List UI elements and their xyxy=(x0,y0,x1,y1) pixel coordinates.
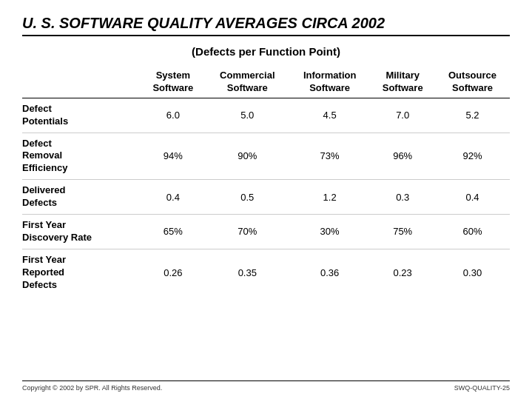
table-row: DefectPotentials6.05.04.57.05.2 xyxy=(22,98,510,133)
table-row: First YearDiscovery Rate65%70%30%75%60% xyxy=(22,215,510,249)
data-table: SystemSoftware CommercialSoftware Inform… xyxy=(22,67,510,295)
cell-commercial-1: 90% xyxy=(206,133,289,180)
cell-system-0: 6.0 xyxy=(141,98,206,133)
cell-information-1: 73% xyxy=(289,133,370,180)
cell-commercial-3: 70% xyxy=(206,215,289,249)
page: U. S. SOFTWARE QUALITY AVERAGES CIRCA 20… xyxy=(0,0,532,399)
cell-military-1: 96% xyxy=(370,133,435,180)
cell-outsource-4: 0.30 xyxy=(435,249,510,295)
col-header-information: InformationSoftware xyxy=(289,67,370,98)
cell-military-2: 0.3 xyxy=(370,180,435,215)
cell-system-1: 94% xyxy=(141,133,206,180)
cell-information-0: 4.5 xyxy=(289,98,370,133)
cell-information-2: 1.2 xyxy=(289,180,370,215)
col-header-label xyxy=(22,67,141,98)
table-header-row: SystemSoftware CommercialSoftware Inform… xyxy=(22,67,510,98)
main-title: U. S. SOFTWARE QUALITY AVERAGES CIRCA 20… xyxy=(22,15,510,36)
col-header-military: MilitarySoftware xyxy=(370,67,435,98)
footer: Copyright © 2002 by SPR. All Rights Rese… xyxy=(22,380,510,392)
row-label-4: First YearReportedDefects xyxy=(22,249,141,295)
cell-military-3: 75% xyxy=(370,215,435,249)
table-row: DefectRemovalEfficiency94%90%73%96%92% xyxy=(22,133,510,180)
cell-military-4: 0.23 xyxy=(370,249,435,295)
row-label-0: DefectPotentials xyxy=(22,98,141,133)
cell-military-0: 7.0 xyxy=(370,98,435,133)
cell-information-3: 30% xyxy=(289,215,370,249)
row-label-2: DeliveredDefects xyxy=(22,180,141,215)
cell-system-3: 65% xyxy=(141,215,206,249)
col-header-system: SystemSoftware xyxy=(141,67,206,98)
cell-outsource-0: 5.2 xyxy=(435,98,510,133)
cell-commercial-4: 0.35 xyxy=(206,249,289,295)
cell-outsource-3: 60% xyxy=(435,215,510,249)
subtitle: (Defects per Function Point) xyxy=(22,45,510,58)
table-body: DefectPotentials6.05.04.57.05.2DefectRem… xyxy=(22,98,510,295)
table-row: First YearReportedDefects0.260.350.360.2… xyxy=(22,249,510,295)
doc-id-text: SWQ-QUALITY-25 xyxy=(454,384,510,392)
cell-outsource-1: 92% xyxy=(435,133,510,180)
cell-system-4: 0.26 xyxy=(141,249,206,295)
cell-information-4: 0.36 xyxy=(289,249,370,295)
cell-system-2: 0.4 xyxy=(141,180,206,215)
row-label-3: First YearDiscovery Rate xyxy=(22,215,141,249)
col-header-commercial: CommercialSoftware xyxy=(206,67,289,98)
copyright-text: Copyright © 2002 by SPR. All Rights Rese… xyxy=(22,384,162,392)
row-label-1: DefectRemovalEfficiency xyxy=(22,133,141,180)
cell-commercial-2: 0.5 xyxy=(206,180,289,215)
cell-outsource-2: 0.4 xyxy=(435,180,510,215)
table-container: SystemSoftware CommercialSoftware Inform… xyxy=(22,67,510,375)
col-header-outsource: OutsourceSoftware xyxy=(435,67,510,98)
cell-commercial-0: 5.0 xyxy=(206,98,289,133)
table-row: DeliveredDefects0.40.51.20.30.4 xyxy=(22,180,510,215)
